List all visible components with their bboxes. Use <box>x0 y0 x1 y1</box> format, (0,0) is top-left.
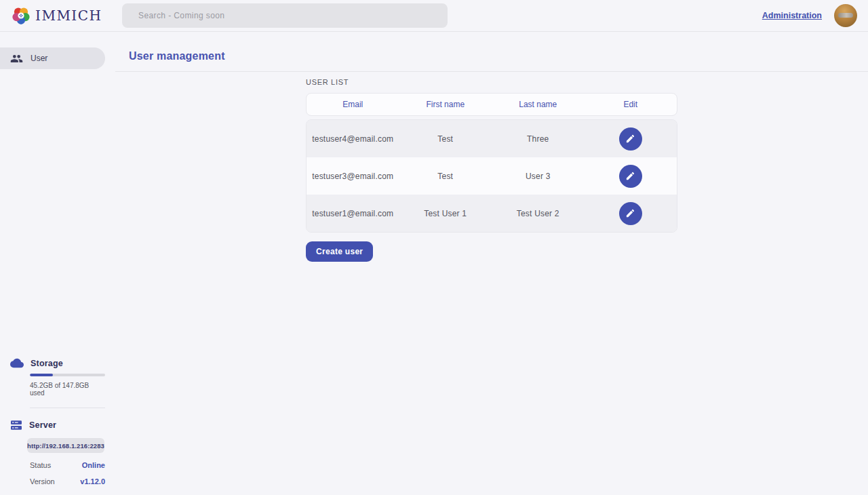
edit-user-button[interactable] <box>619 165 642 188</box>
table-row: testuser3@email.com Test User 3 <box>307 157 677 195</box>
table-row: testuser1@email.com Test User 1 Test Use… <box>307 195 677 232</box>
pencil-icon <box>625 134 635 144</box>
cell-first-name: Test <box>399 172 492 181</box>
cell-last-name: Three <box>492 134 585 144</box>
app-logo: IMMICH <box>0 7 122 24</box>
search-input[interactable] <box>122 3 448 28</box>
server-version-row: Version v1.12.0 <box>30 477 105 486</box>
sidebar-item-user[interactable]: User <box>0 47 105 69</box>
cell-email: testuser4@email.com <box>307 134 399 144</box>
edit-user-button[interactable] <box>619 202 642 225</box>
column-header-first-name: First name <box>399 100 492 109</box>
server-url-badge: http://192.168.1.216:2283 <box>27 438 104 453</box>
immich-flower-icon <box>12 7 30 24</box>
pencil-icon <box>625 208 635 218</box>
storage-progress-bar <box>30 374 105 376</box>
cell-first-name: Test <box>399 134 492 144</box>
server-title: Server <box>29 420 56 430</box>
storage-section: Storage 45.2GB of 147.8GB used <box>0 358 115 397</box>
sidebar-item-label: User <box>31 54 47 63</box>
server-version-value: v1.12.0 <box>80 477 105 486</box>
server-status-row: Status Online <box>30 461 105 469</box>
user-list-label: USER LIST <box>306 78 677 86</box>
user-table-body: testuser4@email.com Test Three testuser3… <box>306 119 677 233</box>
app-name: IMMICH <box>35 7 102 24</box>
sidebar: User Storage 45.2GB of 147.8GB used <box>0 32 115 495</box>
user-avatar[interactable] <box>834 4 857 27</box>
users-icon <box>10 52 23 65</box>
column-header-edit: Edit <box>585 100 677 109</box>
top-bar: IMMICH Administration <box>0 0 868 32</box>
server-icon <box>10 419 22 431</box>
table-row: testuser4@email.com Test Three <box>307 120 677 157</box>
page-title-bar: User management <box>115 32 868 72</box>
column-header-email: Email <box>307 100 399 109</box>
server-status-label: Status <box>30 461 51 469</box>
storage-usage-text: 45.2GB of 147.8GB used <box>30 382 105 397</box>
cell-last-name: User 3 <box>492 172 585 181</box>
storage-progress-fill <box>30 374 53 376</box>
storage-title: Storage <box>31 359 63 368</box>
cell-email: testuser1@email.com <box>307 209 399 218</box>
pencil-icon <box>625 171 635 181</box>
cloud-icon <box>10 358 24 368</box>
edit-user-button[interactable] <box>619 127 642 151</box>
cell-last-name: Test User 2 <box>492 209 585 218</box>
administration-link[interactable]: Administration <box>762 11 822 20</box>
server-section: Server http://192.168.1.216:2283 Status … <box>0 419 115 486</box>
create-user-button[interactable]: Create user <box>306 241 373 262</box>
cell-email: testuser3@email.com <box>307 172 399 181</box>
user-table-header: Email First name Last name Edit <box>306 93 677 116</box>
server-version-label: Version <box>30 477 55 486</box>
column-header-last-name: Last name <box>492 100 585 109</box>
server-status-value: Online <box>82 461 105 469</box>
page-title: User management <box>129 50 225 62</box>
cell-first-name: Test User 1 <box>399 209 492 218</box>
sidebar-divider <box>30 408 105 408</box>
main-content: User management USER LIST Email First na… <box>115 32 868 495</box>
